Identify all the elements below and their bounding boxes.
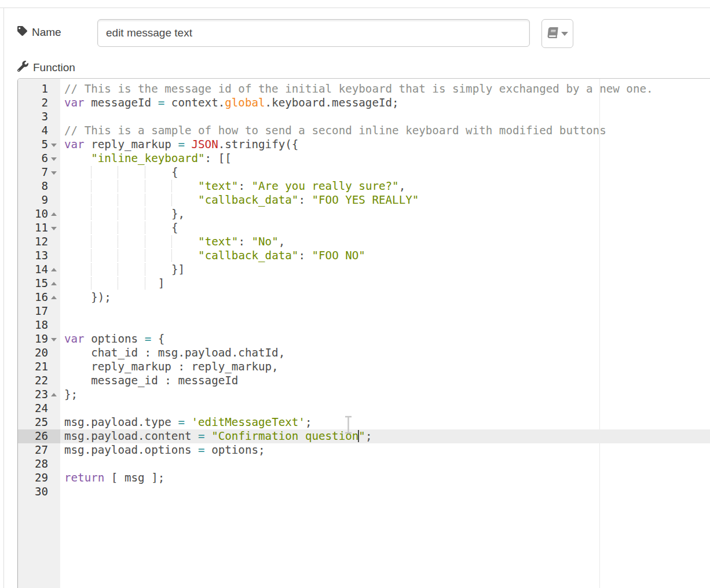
fold-widget-none — [48, 96, 60, 110]
fold-widget-close[interactable] — [48, 388, 60, 402]
code-line[interactable]: ] — [64, 277, 653, 291]
gutter-row: 1 — [18, 82, 60, 96]
code-line[interactable]: msg.payload.content = "Confirmation ques… — [64, 429, 653, 443]
line-number: 30 — [18, 485, 48, 499]
code-line[interactable]: // This is a sample of how to send a sec… — [64, 124, 653, 138]
fold-widget-close[interactable] — [48, 207, 60, 221]
code-line[interactable]: var messageId = context.global.keyboard.… — [64, 96, 653, 110]
fold-widget-none — [48, 429, 60, 443]
gutter-row: 26 — [18, 429, 60, 443]
code-line[interactable]: msg.payload.type = 'editMessageText'; — [64, 416, 653, 429]
code-line[interactable] — [64, 304, 653, 318]
line-number: 11 — [18, 221, 48, 235]
line-number: 29 — [18, 471, 48, 485]
fold-widget-open[interactable] — [48, 166, 60, 179]
gutter-row: 5 — [18, 138, 60, 152]
fold-widget-none — [48, 416, 60, 429]
code-line[interactable] — [64, 485, 653, 499]
code-line[interactable]: }); — [64, 291, 653, 304]
fold-widget-open[interactable] — [48, 221, 60, 235]
gutter-row: 10 — [18, 207, 60, 221]
fold-widget-open[interactable] — [48, 138, 60, 152]
fold-widget-none — [48, 485, 60, 499]
line-number: 13 — [18, 249, 48, 263]
code-line[interactable]: "text": "Are you really sure?", — [64, 179, 653, 193]
gutter-row: 25 — [18, 416, 60, 429]
gutter-row: 6 — [18, 152, 60, 166]
line-number: 26 — [18, 429, 48, 443]
gutter-row: 3 — [18, 110, 60, 124]
line-number: 12 — [18, 235, 48, 249]
line-number: 6 — [18, 152, 48, 166]
fold-widget-none — [48, 235, 60, 249]
function-field-label: Function — [17, 61, 75, 75]
fold-widget-none — [48, 193, 60, 207]
fold-widget-none — [48, 249, 60, 263]
fold-widget-none — [48, 124, 60, 138]
line-number: 28 — [18, 457, 48, 471]
code-line[interactable]: "callback_data": "FOO YES REALLY" — [64, 193, 653, 207]
gutter-row: 20 — [18, 346, 60, 360]
fold-widget-close[interactable] — [48, 277, 60, 291]
code-line[interactable]: "callback_data": "FOO NO" — [64, 249, 653, 263]
code-line[interactable]: "inline_keyboard": [[ — [64, 152, 653, 166]
code-line[interactable]: "text": "No", — [64, 235, 653, 249]
gutter-row: 7 — [18, 166, 60, 179]
fold-widget-open[interactable] — [48, 332, 60, 346]
fold-widget-close[interactable] — [48, 291, 60, 304]
code-line[interactable]: var reply_markup = JSON.stringify({ — [64, 138, 653, 152]
gutter-row: 16 — [18, 291, 60, 304]
gutter-row: 30 — [18, 485, 60, 499]
gutter-row: 17 — [18, 304, 60, 318]
code-line[interactable] — [64, 457, 653, 471]
gutter-row: 9 — [18, 193, 60, 207]
function-code-editor[interactable]: 1234567891011121314151617181920212223242… — [17, 78, 710, 588]
fold-widget-none — [48, 179, 60, 193]
function-field-label-text: Function — [33, 61, 75, 74]
fold-widget-none — [48, 471, 60, 485]
code-line[interactable] — [64, 402, 653, 416]
code-line[interactable]: { — [64, 221, 653, 235]
gutter-row: 13 — [18, 249, 60, 263]
library-button[interactable] — [541, 19, 573, 48]
code-line[interactable] — [64, 110, 653, 124]
code-line[interactable]: reply_markup : reply_markup, — [64, 360, 653, 374]
gutter-row: 19 — [18, 332, 60, 346]
line-number: 9 — [18, 193, 48, 207]
gutter-row: 4 — [18, 124, 60, 138]
gutter-row: 11 — [18, 221, 60, 235]
gutter-row: 14 — [18, 263, 60, 277]
code-line[interactable]: chat_id : msg.payload.chatId, — [64, 346, 653, 360]
fold-widget-none — [48, 346, 60, 360]
gutter-row: 22 — [18, 374, 60, 388]
code-line[interactable]: { — [64, 166, 653, 179]
line-number: 21 — [18, 360, 48, 374]
dialog-left-divider — [3, 8, 4, 588]
code-line[interactable]: }] — [64, 263, 653, 277]
code-line[interactable]: msg.payload.options = options; — [64, 443, 653, 457]
fold-widget-open[interactable] — [48, 152, 60, 166]
fold-widget-none — [48, 360, 60, 374]
gutter-row: 28 — [18, 457, 60, 471]
code-line[interactable]: // This is the message id of the initial… — [64, 82, 653, 96]
book-icon — [547, 27, 558, 40]
code-line[interactable]: var options = { — [64, 332, 653, 346]
line-number: 16 — [18, 291, 48, 304]
line-number: 1 — [18, 82, 48, 96]
line-number: 10 — [18, 207, 48, 221]
tag-icon — [17, 26, 27, 39]
fold-widget-close[interactable] — [48, 263, 60, 277]
line-number: 18 — [18, 318, 48, 332]
fold-widget-none — [48, 82, 60, 96]
code-line[interactable]: message_id : messageId — [64, 374, 653, 388]
gutter-row: 12 — [18, 235, 60, 249]
code-line[interactable]: return [ msg ]; — [64, 471, 653, 485]
gutter-row: 29 — [18, 471, 60, 485]
code-line[interactable]: }, — [64, 207, 653, 221]
gutter-row: 23 — [18, 388, 60, 402]
code-line[interactable] — [64, 318, 653, 332]
name-input[interactable] — [97, 19, 530, 47]
code-line[interactable]: }; — [64, 388, 653, 402]
editor-code-area[interactable]: // This is the message id of the initial… — [64, 82, 653, 499]
caret-down-icon — [561, 32, 568, 36]
